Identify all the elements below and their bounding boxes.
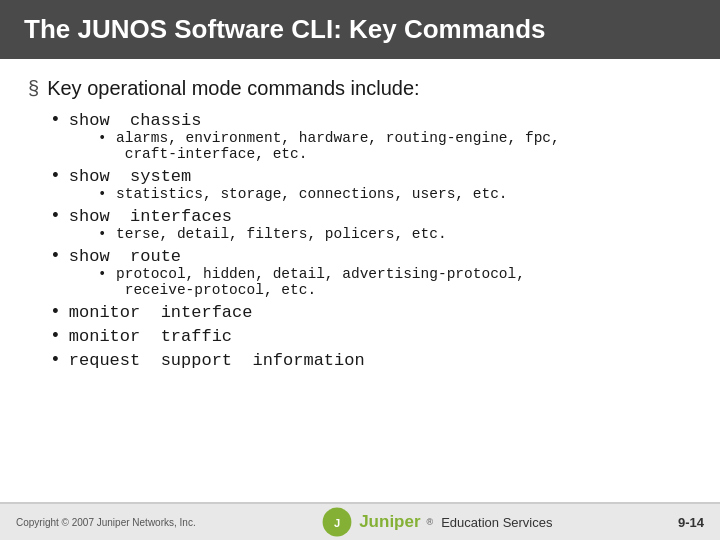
bullet-icon: • <box>50 110 61 130</box>
sub-item: • statistics, storage, connections, user… <box>98 186 692 202</box>
section-heading-text: Key operational mode commands include: <box>47 77 419 100</box>
list-item: • monitor traffic <box>50 326 692 346</box>
juniper-logo: J Juniper ® <box>321 506 433 538</box>
list-item: • show interfaces • terse, detail, filte… <box>50 206 692 242</box>
list-item: • show chassis • alarms, environment, ha… <box>50 110 692 162</box>
sub-item-label: • statistics, storage, connections, user… <box>98 186 692 202</box>
bullet-icon: • <box>50 206 61 226</box>
item-text: show system <box>69 167 191 186</box>
item-text: show chassis <box>69 111 202 130</box>
slide-number: 9-14 <box>678 515 704 530</box>
list-item: • monitor interface <box>50 302 692 322</box>
item-text: show interfaces <box>69 207 232 226</box>
item-text: show route <box>69 247 181 266</box>
item-text: monitor traffic <box>69 327 232 346</box>
sub-item-text: alarms, environment, hardware, routing-e… <box>116 130 560 162</box>
sub-item: • alarms, environment, hardware, routing… <box>98 130 692 162</box>
bullet-icon: • <box>50 302 61 322</box>
sub-bullet-icon: • <box>98 226 108 242</box>
sub-item-text: protocol, hidden, detail, advertising-pr… <box>116 266 525 298</box>
section-heading: § Key operational mode commands include: <box>28 77 692 100</box>
list-item: • show route • protocol, hidden, detail,… <box>50 246 692 298</box>
sub-bullet-icon: • <box>98 130 108 146</box>
sub-item-text: statistics, storage, connections, users,… <box>116 186 508 202</box>
footer-center-label: Education Services <box>441 515 552 530</box>
bullet-icon: • <box>50 326 61 346</box>
sub-item: • protocol, hidden, detail, advertising-… <box>98 266 692 298</box>
slide-title: The JUNOS Software CLI: Key Commands <box>24 14 546 45</box>
sub-bullet-icon: • <box>98 266 108 282</box>
item-label: • show interfaces <box>50 206 692 226</box>
copyright-text: Copyright © 2007 Juniper Networks, Inc. <box>16 517 196 528</box>
bullet-icon: • <box>50 166 61 186</box>
bullet-icon: • <box>50 246 61 266</box>
item-label: • monitor traffic <box>50 326 692 346</box>
sub-bullet-icon: • <box>98 186 108 202</box>
bullet-icon: • <box>50 350 61 370</box>
item-text: request support information <box>69 351 365 370</box>
slide-footer: Copyright © 2007 Juniper Networks, Inc. … <box>0 502 720 540</box>
svg-text:J: J <box>334 517 340 529</box>
juniper-brand-text: Juniper <box>359 512 420 532</box>
item-label: • monitor interface <box>50 302 692 322</box>
sub-item-label: • terse, detail, filters, policers, etc. <box>98 226 692 242</box>
juniper-logo-icon: J <box>321 506 353 538</box>
sub-item-text: terse, detail, filters, policers, etc. <box>116 226 447 242</box>
item-label: • show chassis <box>50 110 692 130</box>
slide-content: § Key operational mode commands include:… <box>0 59 720 384</box>
footer-logo-area: J Juniper ® Education Services <box>321 506 552 538</box>
list-item: • show system • statistics, storage, con… <box>50 166 692 202</box>
item-text: monitor interface <box>69 303 253 322</box>
trademark-symbol: ® <box>427 517 434 527</box>
item-label: • show route <box>50 246 692 266</box>
sub-item-label: • protocol, hidden, detail, advertising-… <box>98 266 692 298</box>
sub-item-label: • alarms, environment, hardware, routing… <box>98 130 692 162</box>
list-item: • request support information <box>50 350 692 370</box>
sub-item: • terse, detail, filters, policers, etc. <box>98 226 692 242</box>
slide-header: The JUNOS Software CLI: Key Commands <box>0 0 720 59</box>
item-label: • request support information <box>50 350 692 370</box>
item-label: • show system <box>50 166 692 186</box>
section-bullet-icon: § <box>28 77 39 100</box>
